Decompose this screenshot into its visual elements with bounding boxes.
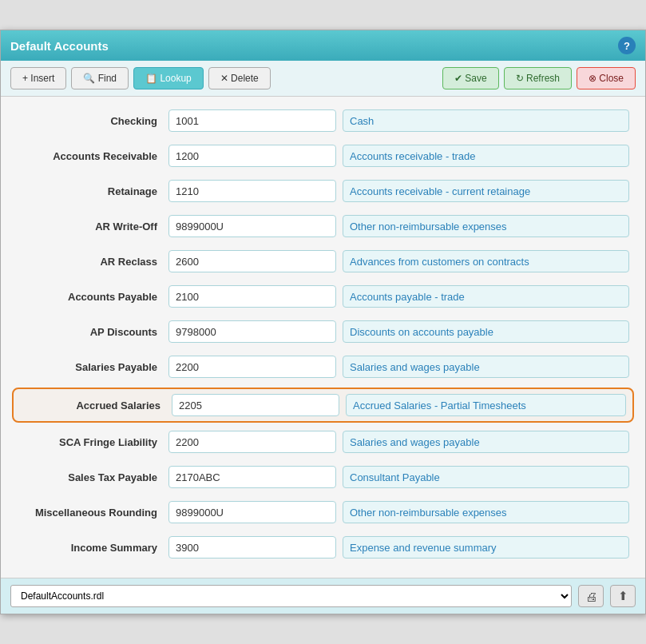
description-input[interactable]	[343, 466, 629, 488]
insert-button[interactable]: + Insert	[10, 67, 66, 89]
form-row: Salaries Payable	[17, 352, 629, 381]
code-input[interactable]	[168, 536, 336, 559]
code-input[interactable]	[168, 501, 336, 523]
description-input[interactable]	[343, 215, 629, 237]
footer: DefaultAccounts.rdl 🖨 ⬆	[1, 578, 645, 614]
description-input[interactable]	[343, 356, 629, 378]
form-row: AP Discounts	[17, 317, 629, 346]
field-label: SCA Fringe Liability	[17, 436, 168, 448]
help-button[interactable]: ?	[618, 37, 636, 54]
field-label: Checking	[17, 115, 168, 127]
code-input[interactable]	[168, 145, 336, 167]
description-input[interactable]	[343, 180, 629, 202]
description-input[interactable]	[343, 145, 629, 167]
form-row: Income Summary	[17, 533, 629, 562]
description-input[interactable]	[343, 109, 629, 132]
delete-button[interactable]: ✕ Delete	[208, 67, 271, 89]
code-input[interactable]	[172, 394, 339, 416]
field-label: Accounts Receivable	[17, 150, 168, 162]
field-label: Income Summary	[17, 542, 168, 554]
close-button[interactable]: ⊗ Close	[577, 67, 636, 89]
description-input[interactable]	[343, 536, 629, 559]
description-input[interactable]	[343, 431, 629, 453]
form-row: Miscellaneous Rounding	[17, 498, 629, 527]
form-row: AR Reclass	[17, 247, 629, 276]
code-input[interactable]	[168, 466, 336, 488]
description-input[interactable]	[343, 285, 629, 308]
code-input[interactable]	[168, 356, 336, 378]
field-label: Retainage	[17, 185, 168, 197]
field-label: Accrued Salaries	[20, 400, 172, 411]
field-label: AP Discounts	[17, 326, 168, 338]
code-input[interactable]	[168, 431, 336, 453]
field-label: Salaries Payable	[17, 361, 168, 373]
field-label: AR Reclass	[17, 256, 168, 268]
form-row: SCA Fringe Liability	[17, 427, 629, 456]
field-label: Miscellaneous Rounding	[17, 507, 168, 519]
form-row: Checking	[17, 106, 629, 135]
form-row: Sales Tax Payable	[17, 463, 629, 491]
form-row: Accrued Salaries	[12, 388, 634, 423]
field-label: Accounts Payable	[17, 291, 168, 303]
print-button[interactable]: 🖨	[578, 585, 604, 607]
code-input[interactable]	[168, 250, 336, 272]
field-label: AR Write-Off	[17, 221, 168, 233]
code-input[interactable]	[168, 320, 336, 343]
window-title: Default Accounts	[10, 39, 109, 53]
upload-button[interactable]: ⬆	[610, 585, 636, 607]
description-input[interactable]	[343, 250, 629, 272]
report-dropdown[interactable]: DefaultAccounts.rdl	[10, 585, 572, 607]
description-input[interactable]	[343, 320, 629, 343]
form-row: Retainage	[17, 177, 629, 205]
refresh-button[interactable]: ↻ Refresh	[504, 67, 572, 89]
field-label: Sales Tax Payable	[17, 471, 168, 483]
title-bar: Default Accounts ?	[1, 30, 645, 61]
code-input[interactable]	[168, 109, 336, 132]
form-content: CheckingAccounts ReceivableRetainageAR W…	[1, 97, 645, 578]
form-row: AR Write-Off	[17, 212, 629, 241]
description-input[interactable]	[346, 394, 626, 416]
find-button[interactable]: 🔍 Find	[71, 67, 129, 89]
main-window: Default Accounts ? + Insert 🔍 Find 📋 Loo…	[0, 30, 646, 614]
form-row: Accounts Receivable	[17, 141, 629, 170]
code-input[interactable]	[168, 285, 336, 308]
toolbar: + Insert 🔍 Find 📋 Lookup ✕ Delete ✔ Save…	[1, 61, 645, 97]
code-input[interactable]	[168, 180, 336, 202]
code-input[interactable]	[168, 215, 336, 237]
save-button[interactable]: ✔ Save	[442, 67, 499, 89]
description-input[interactable]	[343, 501, 629, 523]
form-row: Accounts Payable	[17, 282, 629, 311]
lookup-button[interactable]: 📋 Lookup	[133, 67, 204, 89]
